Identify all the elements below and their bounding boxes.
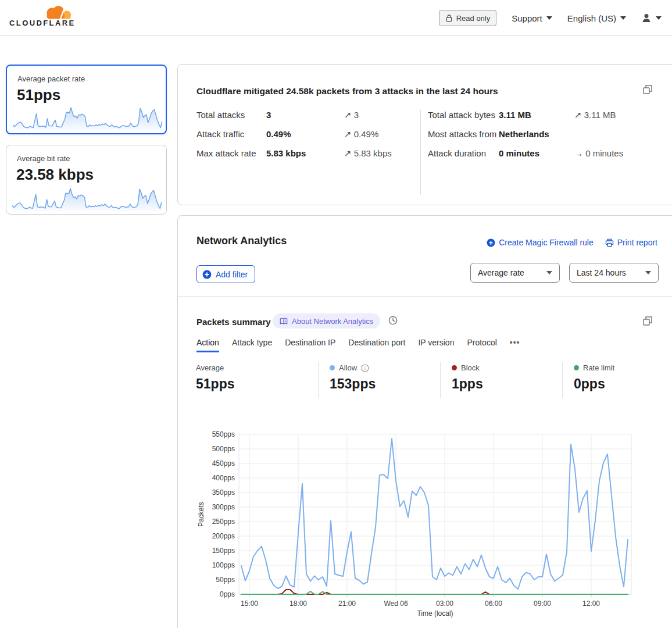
app-header: CLOUDFLARE Read only Support English (US… [0, 0, 672, 36]
tab-destination-port[interactable]: Destination port [348, 338, 405, 352]
y-tick-label: 500pps [212, 445, 235, 453]
y-tick-label: 50pps [216, 576, 235, 584]
stat-label: Most attacks from [428, 128, 499, 140]
attack-summary-panel: Cloudflare mitigated 24.58k packets from… [177, 64, 672, 205]
y-tick-label: 150pps [212, 547, 235, 555]
cloudflare-cloud-icon [42, 4, 72, 19]
time-range-select[interactable]: Last 24 hours [569, 263, 659, 283]
attack-summary-title: Cloudflare mitigated 24.58k packets from… [196, 86, 603, 97]
chevron-down-icon [620, 16, 626, 20]
metric-select-value: Average rate [478, 268, 524, 277]
about-network-analytics-badge[interactable]: About Network Analytics [273, 313, 380, 329]
analytics-actions: Create Magic Firewall rule Print report [487, 238, 657, 247]
tab-attack-type[interactable]: Attack type [232, 338, 272, 352]
panel-divider [178, 296, 672, 297]
series-block [241, 590, 628, 594]
metric-card-bit-rate[interactable]: Average bit rate 23.58 kbps [6, 145, 167, 215]
y-tick-label: 200pps [212, 532, 235, 540]
summary-tabs: ActionAttack typeDestination IPDestinati… [196, 338, 520, 352]
read-only-label: Read only [456, 14, 491, 23]
y-tick-label: 100pps [212, 561, 235, 569]
y-tick-label: 0pps [220, 590, 235, 598]
support-label: Support [512, 13, 542, 23]
packets-chart[interactable]: 0pps50pps100pps150pps200pps250pps300pps3… [195, 430, 660, 622]
tabs-more-button[interactable]: ••• [510, 338, 520, 352]
read-only-badge: Read only [439, 10, 497, 26]
book-icon [280, 317, 288, 325]
packet-stat-block: Block1pps [440, 362, 562, 398]
user-menu[interactable] [641, 13, 662, 23]
header-actions: Read only Support English (US) [439, 0, 662, 36]
metric-value: 23.58 kbps [16, 166, 94, 184]
metric-value: 51pps [17, 86, 60, 104]
copy-icon[interactable] [642, 316, 653, 326]
packet-stat-average: Average51pps [196, 362, 318, 398]
print-report-link[interactable]: Print report [605, 238, 657, 247]
x-tick-label: 09:00 [534, 600, 551, 608]
attack-stats-right: Total attack bytes3.11 MB↗ 3.11 MBMost a… [428, 109, 660, 159]
packet-stat-label-row: Rate limit [574, 363, 672, 372]
y-tick-label: 450pps [212, 459, 235, 468]
rate-limit-legend-dot [574, 365, 579, 370]
add-filter-button[interactable]: Add filter [196, 265, 255, 283]
packet-stat-label-row: Block [452, 363, 562, 372]
lock-icon [445, 14, 453, 22]
packet-stat-label: Rate limit [583, 363, 614, 372]
packet-stat-value: 153pps [330, 376, 440, 392]
x-tick-label: 12:00 [582, 600, 600, 608]
stat-delta: ↗ 3 [344, 109, 417, 121]
attack-stats-left: Total attacks3↗ 3Attack traffic0.49%↗ 0.… [196, 109, 417, 159]
stat-value: 0.49% [266, 128, 344, 140]
info-icon[interactable]: i [361, 364, 369, 372]
packet-stat-value: 0pps [574, 376, 672, 392]
cloudflare-dashboard: CLOUDFLARE Read only Support English (US… [0, 0, 672, 628]
stat-delta: ↗ 0.49% [344, 128, 417, 140]
packet-rate-sparkline [13, 104, 162, 130]
time-range-value: Last 24 hours [577, 268, 626, 277]
packet-stat-value: 1pps [452, 376, 562, 392]
tab-action[interactable]: Action [196, 338, 219, 352]
clock-icon[interactable] [388, 316, 398, 325]
packet-stat-label: Allow [339, 363, 357, 372]
user-icon [641, 13, 652, 23]
stat-label: Total attack bytes [428, 109, 499, 121]
metric-card-packet-rate[interactable]: Average packet rate 51pps [6, 65, 167, 134]
create-rule-label: Create Magic Firewall rule [499, 238, 594, 247]
about-badge-label: About Network Analytics [292, 317, 373, 326]
chevron-down-icon [546, 271, 552, 274]
stat-delta: → 0 minutes [574, 147, 660, 159]
x-tick-label: Wed 06 [384, 600, 408, 608]
y-axis-title: Packets [197, 502, 205, 527]
y-tick-label: 250pps [212, 518, 235, 526]
metric-select[interactable]: Average rate [470, 263, 560, 283]
y-tick-label: 400pps [212, 474, 235, 482]
stat-label: Max attack rate [196, 147, 266, 159]
packet-stat-allow: Allowi153pps [318, 362, 440, 398]
create-magic-firewall-rule-link[interactable]: Create Magic Firewall rule [487, 238, 594, 247]
support-menu[interactable]: Support [512, 13, 552, 23]
series-allow [241, 439, 628, 590]
metric-label: Average bit rate [17, 154, 70, 163]
stat-delta: ↗ 3.11 MB [574, 109, 660, 121]
chevron-down-icon [656, 16, 662, 20]
block-legend-dot [452, 365, 457, 370]
packet-stat-label: Block [461, 363, 480, 372]
stat-label: Attack duration [428, 147, 499, 159]
packet-stat-value: 51pps [196, 376, 318, 392]
stat-value: Netherlands [499, 128, 574, 140]
language-menu[interactable]: English (US) [567, 13, 626, 23]
packet-stat-label-row: Average [196, 363, 318, 372]
cloudflare-logo[interactable]: CLOUDFLARE [9, 4, 72, 27]
allow-legend-dot [330, 365, 335, 370]
y-tick-label: 350pps [212, 488, 235, 497]
tab-protocol[interactable]: Protocol [467, 338, 496, 352]
copy-icon[interactable] [642, 84, 653, 95]
x-axis-title: Time (local) [417, 609, 453, 618]
plus-circle-icon [487, 238, 495, 247]
tab-destination-ip[interactable]: Destination IP [285, 338, 335, 352]
metric-label: Average packet rate [17, 74, 85, 83]
network-analytics-title: Network Analytics [196, 235, 287, 247]
tab-ip-version[interactable]: IP version [418, 338, 454, 352]
stat-value: 3.11 MB [499, 109, 574, 121]
bit-rate-sparkline [12, 184, 162, 211]
